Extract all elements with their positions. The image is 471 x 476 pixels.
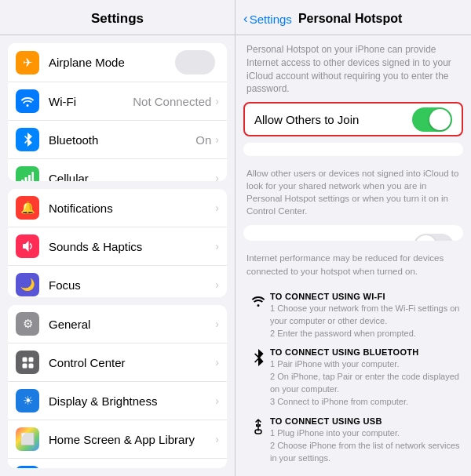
general-row[interactable]: ⚙ General › xyxy=(8,305,227,343)
wifi-password-value: ⁕⁕⁕⁕⁕⁕ xyxy=(390,154,447,156)
right-header: ‹ Settings Personal Hotspot xyxy=(236,0,471,35)
bluetooth-icon xyxy=(16,128,39,151)
controlcenter-icon xyxy=(16,351,39,374)
allow-others-row[interactable]: Allow Others to Join xyxy=(243,102,463,136)
focus-chevron: › xyxy=(215,278,219,291)
notifications-row[interactable]: 🔔 Notifications › xyxy=(8,189,227,227)
connect-wifi-title: TO CONNECT USING WI-FI xyxy=(270,292,460,301)
right-panel-title: Personal Hotspot xyxy=(298,12,402,26)
maximize-label: Maximize Compatibility xyxy=(253,239,414,241)
connect-wifi-item: TO CONNECT USING WI-FI 1 Choose your net… xyxy=(246,292,460,340)
connect-usb-title: TO CONNECT USING USB xyxy=(270,416,460,426)
wifi-row[interactable]: Wi-Fi Not Connected › xyxy=(8,82,227,121)
maximize-desc: Internet performance may be reduced for … xyxy=(236,247,471,285)
back-button[interactable]: Settings xyxy=(250,13,292,26)
display-row[interactable]: ☀ Display & Brightness › xyxy=(8,382,227,420)
focus-row[interactable]: 🌙 Focus › xyxy=(8,266,227,297)
svg-rect-7 xyxy=(22,363,27,368)
settings-group-2: 🔔 Notifications › Sounds & Haptics › 🌙 F… xyxy=(8,189,227,297)
maximize-row[interactable]: Maximize Compatibility xyxy=(243,225,463,241)
sounds-label: Sounds & Haptics xyxy=(49,240,215,253)
sounds-icon xyxy=(16,234,39,258)
sounds-row[interactable]: Sounds & Haptics › xyxy=(8,227,227,266)
allow-others-label: Allow Others to Join xyxy=(254,113,412,126)
airplane-mode-row[interactable]: ✈ Airplane Mode xyxy=(8,43,227,82)
wifi-password-group: Wi-Fi Password ⁕⁕⁕⁕⁕⁕ › xyxy=(243,143,463,156)
connect-usb-steps: 1 Plug iPhone into your computer.2 Choos… xyxy=(270,427,460,465)
connect-instructions: TO CONNECT USING WI-FI 1 Choose your net… xyxy=(236,285,471,476)
airplane-mode-label: Airplane Mode xyxy=(49,56,175,69)
bluetooth-chevron: › xyxy=(215,133,219,146)
notifications-label: Notifications xyxy=(49,202,215,215)
connect-bluetooth-text: TO CONNECT USING BLUETOOTH 1 Pair iPhone… xyxy=(270,347,460,409)
connect-bluetooth-title: TO CONNECT USING BLUETOOTH xyxy=(270,347,460,357)
bluetooth-row[interactable]: Bluetooth On › xyxy=(8,121,227,159)
hotspot-description: Personal Hotspot on your iPhone can prov… xyxy=(236,35,471,102)
wifi-password-label: Wi-Fi Password xyxy=(253,154,390,156)
connect-bluetooth-icon xyxy=(246,349,270,370)
general-label: General xyxy=(49,318,215,331)
settings-group-1: ✈ Airplane Mode Wi-Fi Not Connected › Bl… xyxy=(8,43,227,181)
controlcenter-label: Control Center xyxy=(49,356,215,369)
cellular-chevron: › xyxy=(215,172,219,181)
hotspot-detail-panel: ‹ Settings Personal Hotspot Personal Hot… xyxy=(236,0,471,476)
focus-label: Focus xyxy=(49,278,215,292)
airplane-icon: ✈ xyxy=(16,51,39,74)
svg-rect-2 xyxy=(28,175,31,181)
allow-desc: Allow other users or devices not signed … xyxy=(236,162,471,225)
svg-rect-1 xyxy=(25,177,27,181)
bluetooth-label: Bluetooth xyxy=(49,133,195,147)
wifi-icon xyxy=(16,89,39,113)
airplane-mode-toggle[interactable] xyxy=(175,50,215,74)
accessibility-row[interactable]: Accessibility › xyxy=(8,459,227,468)
connect-usb-text: TO CONNECT USING USB 1 Plug iPhone into … xyxy=(270,416,460,465)
display-icon: ☀ xyxy=(16,389,39,412)
bluetooth-value: On xyxy=(195,133,211,147)
svg-rect-5 xyxy=(22,357,27,362)
cellular-row[interactable]: Cellular › xyxy=(8,159,227,181)
homescreen-label: Home Screen & App Library xyxy=(49,433,215,446)
wifi-value: Not Connected xyxy=(133,95,211,108)
cellular-icon xyxy=(16,166,39,181)
settings-left-panel: Settings ✈ Airplane Mode Wi-Fi Not Conne… xyxy=(0,0,236,476)
settings-group-3: ⚙ General › Control Center › ☀ Display &… xyxy=(8,305,227,468)
connect-wifi-icon xyxy=(246,293,270,311)
cellular-label: Cellular xyxy=(49,172,215,182)
allow-others-toggle[interactable] xyxy=(412,107,452,132)
wifi-chevron: › xyxy=(215,95,219,107)
display-label: Display & Brightness xyxy=(49,394,215,408)
connect-wifi-steps: 1 Choose your network from the Wi-Fi set… xyxy=(270,303,460,340)
homescreen-row[interactable]: ⬜ Home Screen & App Library › xyxy=(8,420,227,459)
wifi-password-row[interactable]: Wi-Fi Password ⁕⁕⁕⁕⁕⁕ › xyxy=(243,143,463,156)
svg-rect-0 xyxy=(21,180,24,181)
svg-rect-8 xyxy=(28,363,33,368)
svg-rect-11 xyxy=(255,430,261,434)
connect-usb-item: TO CONNECT USING USB 1 Plug iPhone into … xyxy=(246,416,460,465)
notifications-chevron: › xyxy=(215,202,219,214)
homescreen-icon: ⬜ xyxy=(16,427,39,451)
general-icon: ⚙ xyxy=(16,312,39,336)
controlcenter-chevron: › xyxy=(215,356,219,369)
notifications-icon: 🔔 xyxy=(16,196,39,220)
maximize-toggle[interactable] xyxy=(414,234,454,241)
accessibility-icon xyxy=(16,466,39,468)
svg-rect-3 xyxy=(32,172,35,181)
connect-bluetooth-steps: 1 Pair iPhone with your computer.2 On iP… xyxy=(270,358,460,409)
wifi-label: Wi-Fi xyxy=(49,95,133,108)
controlcenter-row[interactable]: Control Center › xyxy=(8,343,227,382)
homescreen-chevron: › xyxy=(215,433,219,445)
display-chevron: › xyxy=(215,394,219,407)
focus-icon: 🌙 xyxy=(16,273,39,296)
svg-rect-6 xyxy=(28,357,33,362)
left-panel-title: Settings xyxy=(0,0,235,35)
connect-usb-icon xyxy=(246,418,270,439)
general-chevron: › xyxy=(215,318,219,330)
connect-bluetooth-item: TO CONNECT USING BLUETOOTH 1 Pair iPhone… xyxy=(246,347,460,409)
connect-wifi-text: TO CONNECT USING WI-FI 1 Choose your net… xyxy=(270,292,460,340)
wifi-password-chevron: › xyxy=(450,154,454,156)
back-chevron-icon: ‹ xyxy=(243,11,248,27)
maximize-group: Maximize Compatibility xyxy=(243,225,463,241)
sounds-chevron: › xyxy=(215,240,219,253)
